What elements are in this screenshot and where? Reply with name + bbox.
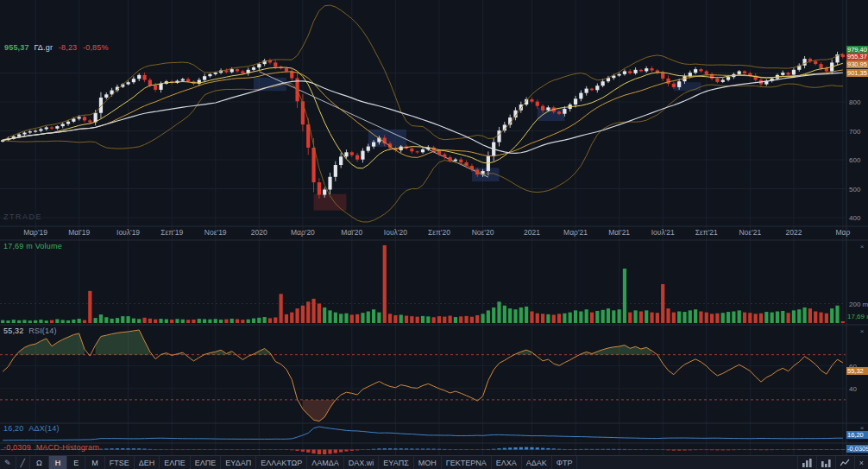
timeframe-button-Ω[interactable]: Ω xyxy=(30,456,49,469)
ticker-button-ΕΥΑΠΣ[interactable]: ΕΥΑΠΣ xyxy=(379,456,413,469)
bar-chart-icon[interactable] xyxy=(797,456,816,469)
trading-app: 800700600500400Μαρ'19Μαϊ'19Ιουλ'19Σεπ'19… xyxy=(0,0,868,469)
rsi-name: RSI(14) xyxy=(28,326,56,335)
rsi-current-tag: 55,32 xyxy=(846,367,868,375)
x-tick-label: 2022 xyxy=(785,228,802,237)
y-tick-label: 500 xyxy=(849,186,861,193)
adx-legend: 16,20 ΑΔΧ(14) xyxy=(3,424,60,433)
y-tick-label: 600 xyxy=(849,156,861,164)
histogram-icon-glyph xyxy=(821,459,831,467)
macd-pane-close-icon[interactable]: × xyxy=(859,444,865,451)
ticker-button-ΕΛΧΑ[interactable]: ΕΛΧΑ xyxy=(492,456,522,469)
ticker-button-ΕΛΠΕ[interactable]: ΕΛΠΕ xyxy=(191,456,222,469)
adx-name: ΑΔΧ(14) xyxy=(28,424,59,433)
volume-legend: 17,69 m Volume xyxy=(3,242,62,250)
x-tick-label: Μαρ'21 xyxy=(563,228,588,237)
x-tick-label: Νοε'21 xyxy=(739,228,761,237)
platform-watermark: ZTRADE xyxy=(3,212,42,221)
toolbar-right: × xyxy=(797,456,868,469)
ticker-button-ΕΥΔΑΠ[interactable]: ΕΥΔΑΠ xyxy=(221,456,256,469)
x-tick-label: Νοε'20 xyxy=(472,228,494,237)
rsi-tick-label: 40 xyxy=(849,385,857,393)
symbol-label: ΓΔ.gr xyxy=(34,43,53,52)
rsi-value: 55,32 xyxy=(3,326,24,335)
volume-axis-label: 200 m xyxy=(849,301,868,308)
timeframe-button-Μ[interactable]: Μ xyxy=(85,456,105,469)
rsi-pane xyxy=(0,330,846,421)
rsi-legend: 55,32 RSI(14) xyxy=(3,326,57,335)
y-tick-label: 800 xyxy=(849,98,861,106)
ticker-button-FTSE[interactable]: FTSE xyxy=(105,456,135,469)
draw-tool-icon[interactable]: ✎ xyxy=(0,456,16,469)
volume-current-tag: 17,69 m xyxy=(846,313,868,320)
volume-value: 17,69 m xyxy=(3,242,33,250)
volume-pane-close-icon[interactable]: × xyxy=(859,244,865,250)
x-tick-label: Νοε'19 xyxy=(204,228,227,237)
x-tick-label: Ιουλ'19 xyxy=(116,228,140,237)
histogram-icon[interactable] xyxy=(816,456,835,469)
ticker-button-DAX.wi[interactable]: DAX.wi xyxy=(344,456,380,469)
timeframe-button-Ε[interactable]: Ε xyxy=(67,456,85,469)
grid: 800700600500400Μαρ'19Μαϊ'19Ιουλ'19Σεπ'19… xyxy=(0,0,868,455)
price-tag-ma2: 901,35 xyxy=(846,69,868,77)
x-tick-label: Μαρ'19 xyxy=(23,228,47,237)
ticker-button-ΦΤΡ[interactable]: ΦΤΡ xyxy=(552,456,578,469)
adx-current-tag: 16,20 xyxy=(846,431,868,439)
x-tick-label: 2020 xyxy=(251,228,267,237)
price-change-pct: -0,85% xyxy=(83,43,109,52)
ticker-button-ΑΔΑΚ[interactable]: ΑΔΑΚ xyxy=(522,456,552,469)
timeframe-group: ΩΗΕΜ xyxy=(30,456,105,469)
x-tick-label: 2021 xyxy=(524,228,540,237)
last-price: 955,37 xyxy=(4,43,29,52)
bottom-toolbar: ✎ ╱ ΩΗΕΜ FTSEΔΕΗΕΛΠΕΕΛΠΕΕΥΔΑΠΕΛΛΑΚΤΩΡΛΑΜ… xyxy=(0,455,868,469)
indicators-icon-glyph xyxy=(840,459,850,467)
macd-name: MACD-Histogram xyxy=(36,443,99,452)
bar-chart-icon-glyph xyxy=(802,459,812,467)
x-tick-label: Σεπ'20 xyxy=(428,228,450,237)
x-tick-label: Μαρ'20 xyxy=(291,228,315,237)
moving-averages xyxy=(3,5,843,222)
x-tick-label: Ιουλ'20 xyxy=(384,228,407,237)
adx-value: 16,20 xyxy=(3,424,24,433)
macd-value: -0,0309 xyxy=(3,443,31,452)
indicators-icon[interactable] xyxy=(835,456,854,469)
price-change: -8,23 xyxy=(59,43,78,52)
adx-pane xyxy=(3,427,843,440)
x-tick-label: Μαϊ'19 xyxy=(68,228,90,237)
ticker-button-ΔΕΗ[interactable]: ΔΕΗ xyxy=(135,456,160,469)
timeframe-button-Η[interactable]: Η xyxy=(49,456,68,469)
ticker-button-ΛΑΜΔΑ[interactable]: ΛΑΜΔΑ xyxy=(307,456,344,469)
ticker-button-ΜΟΗ[interactable]: ΜΟΗ xyxy=(414,456,442,469)
volume-series xyxy=(0,245,846,323)
volume-name: Volume xyxy=(35,242,62,250)
candlestick-series xyxy=(1,52,845,199)
close-icon[interactable]: × xyxy=(854,456,868,469)
y-tick-label: 700 xyxy=(849,128,861,136)
macd-pane xyxy=(0,447,846,454)
x-tick-label: Μαρ xyxy=(835,228,850,237)
x-tick-label: Ιουλ'21 xyxy=(651,228,675,237)
x-tick-label: Μαϊ'20 xyxy=(341,228,362,237)
x-tick-label: Μαϊ'21 xyxy=(608,228,630,237)
price-tag-ma1: 930,95 xyxy=(846,60,868,68)
main-chart-legend: 955,37 ΓΔ.gr -8,23 -0,85% xyxy=(4,43,109,52)
ticker-group: FTSEΔΕΗΕΛΠΕΕΛΠΕΕΥΔΑΠΕΛΛΑΚΤΩΡΛΑΜΔΑDAX.wiΕ… xyxy=(105,456,578,469)
ticker-button-ΕΛΛΑΚΤΩΡ[interactable]: ΕΛΛΑΚΤΩΡ xyxy=(256,456,307,469)
adx-pane-close-icon[interactable]: × xyxy=(859,425,865,432)
ticker-button-ΕΛΠΕ[interactable]: ΕΛΠΕ xyxy=(160,456,191,469)
chart-canvas[interactable]: 800700600500400Μαρ'19Μαϊ'19Ιουλ'19Σεπ'19… xyxy=(0,0,868,469)
x-tick-label: Σεπ'19 xyxy=(160,228,183,237)
rsi-pane-close-icon[interactable]: × xyxy=(859,328,865,335)
line-tool-icon[interactable]: ╱ xyxy=(16,456,30,469)
ticker-button-ΓΕΚΤΕΡΝΑ[interactable]: ΓΕΚΤΕΡΝΑ xyxy=(442,456,492,469)
y-tick-label: 400 xyxy=(849,214,861,222)
x-tick-label: Σεπ'21 xyxy=(695,228,718,237)
macd-legend: -0,0309 MACD-Histogram xyxy=(3,443,99,452)
